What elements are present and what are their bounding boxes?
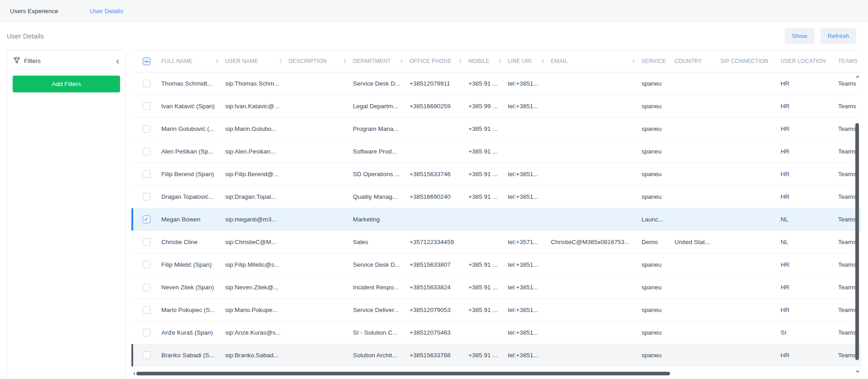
tab-users-experience[interactable]: Users Experience xyxy=(10,8,58,14)
row-checkbox-cell xyxy=(131,80,161,87)
cell-office_phone: +38516690259 xyxy=(410,103,468,110)
column-header-department[interactable]: DEPARTMENT▲▼ xyxy=(353,50,410,72)
table-row[interactable]: Thomas Schmidt...sip:Thomas.Schm...Servi… xyxy=(131,72,861,95)
table-row[interactable]: Alen Pešikan (Sp...sip:Alen.Pesikan...So… xyxy=(131,140,861,163)
cell-full_name: Christie Cline xyxy=(161,239,225,245)
cell-office_phone: +38515633746 xyxy=(410,171,468,178)
filters-header: Filters ‹ xyxy=(7,50,125,71)
row-checkbox[interactable] xyxy=(143,170,150,178)
cell-service: spaneu xyxy=(641,261,675,268)
row-checkbox[interactable] xyxy=(143,125,150,133)
row-checkbox[interactable] xyxy=(143,306,150,314)
row-checkbox[interactable] xyxy=(143,351,150,359)
cell-department: SD Operations ... xyxy=(353,171,410,178)
tab-user-details[interactable]: User Details xyxy=(90,8,124,14)
show-button[interactable]: Show xyxy=(785,28,815,44)
sort-icon[interactable]: ▲▼ xyxy=(400,58,403,64)
row-checkbox[interactable] xyxy=(143,329,150,336)
column-header-mobile[interactable]: MOBILE▲▼ xyxy=(468,50,508,72)
column-header-line_uri[interactable]: LINE URI▲▼ xyxy=(508,50,551,72)
column-label: USER LOCATION xyxy=(781,58,826,64)
cell-office_phone: +38516690240 xyxy=(410,193,468,200)
cell-user_location: HR xyxy=(781,284,838,291)
collapse-panel-icon[interactable]: ‹ xyxy=(116,56,119,65)
cell-service: Demo xyxy=(641,239,675,245)
cell-service: spaneu xyxy=(641,80,675,87)
cell-department: Program Mana... xyxy=(353,125,410,132)
table-row[interactable]: Anže Kuraš (Span)sip:Anze.Kuras@s...SI -… xyxy=(131,321,861,344)
cell-user_name: sip:Dragan.Topal... xyxy=(225,193,289,200)
table-row[interactable]: Megan Bowensip:meganb@m3...MarketingLaun… xyxy=(131,208,861,231)
page-header: User Details Show Refresh xyxy=(0,22,868,50)
cell-mobile: +385 91 ... xyxy=(468,171,508,178)
header-actions: Show Refresh xyxy=(785,28,856,44)
row-checkbox-cell xyxy=(131,351,161,359)
sort-icon[interactable]: ▲▼ xyxy=(632,58,635,64)
table-row[interactable]: Branko Sabadi (S...sip:Branko.Sabad...So… xyxy=(131,344,861,367)
column-header-description[interactable]: DESCRIPTION▲▼ xyxy=(289,50,353,72)
row-checkbox[interactable] xyxy=(143,261,150,269)
cell-country: United Stat... xyxy=(675,239,720,245)
column-label: OFFICE PHONE xyxy=(410,58,451,64)
cell-mobile: +385 91 ... xyxy=(468,80,508,87)
vertical-scrollbar[interactable] xyxy=(855,72,859,371)
table-row[interactable]: Dragan Topalović...sip:Dragan.Topal...Qu… xyxy=(131,186,861,208)
table-row[interactable]: Neven Zitek (Span)sip:Neven.Zitek@...Inc… xyxy=(131,276,861,299)
column-label: EMAIL xyxy=(551,58,568,64)
vertical-scrollbar-thumb[interactable] xyxy=(855,123,859,360)
cell-office_phone: +38515633824 xyxy=(410,284,468,291)
scroll-down-arrow-icon[interactable] xyxy=(856,371,859,374)
cell-full_name: Filip Berend (Span) xyxy=(161,171,225,178)
cell-service: spaneu xyxy=(641,307,675,313)
scroll-up-arrow-icon[interactable] xyxy=(856,74,859,77)
row-checkbox[interactable] xyxy=(143,216,150,223)
add-filters-button[interactable]: Add Filters xyxy=(13,76,120,92)
row-checkbox[interactable] xyxy=(143,283,150,291)
column-header-full_name[interactable]: FULL NAME▲▼ xyxy=(161,50,225,72)
table-row[interactable]: Ivan Katavić (Span)sip:Ivan.Katavic@...L… xyxy=(131,95,861,118)
table-row[interactable]: Christie Clinesip:ChristieC@M...Sales+35… xyxy=(131,231,861,254)
cell-user_name: sip:Neven.Zitek@... xyxy=(225,284,289,291)
cell-mobile: +385 91 ... xyxy=(468,284,508,291)
cell-full_name: Thomas Schmidt... xyxy=(161,80,225,87)
row-checkbox[interactable] xyxy=(143,148,150,155)
table-row[interactable]: Filip Miletić (Span)sip:Filip.Miletic@s.… xyxy=(131,254,861,276)
sort-icon[interactable]: ▲▼ xyxy=(343,58,347,64)
cell-department: Legal Departm... xyxy=(353,103,410,110)
user-table: FULL NAME▲▼USER NAME▲▼DESCRIPTION▲▼DEPAR… xyxy=(131,50,861,379)
column-header-office_phone[interactable]: OFFICE PHONE▲▼ xyxy=(410,50,468,72)
select-all-checkbox[interactable] xyxy=(143,58,150,65)
cell-line_uri: tel:+3851... xyxy=(508,261,551,268)
column-label: TEAMS xyxy=(838,58,857,64)
row-checkbox[interactable] xyxy=(143,193,150,201)
cell-service: spaneu xyxy=(641,352,675,359)
sort-icon[interactable]: ▲▼ xyxy=(279,58,282,64)
table-row[interactable]: Marin Golubović (...sip:Marin.Golubo...P… xyxy=(131,118,861,140)
cell-office_phone: +38515633788 xyxy=(410,352,468,359)
row-checkbox-cell xyxy=(131,261,161,269)
row-checkbox[interactable] xyxy=(143,102,150,110)
column-header-user_name[interactable]: USER NAME▲▼ xyxy=(225,50,289,72)
table-row[interactable]: Filip Berend (Span)sip:Filip.Berend@...S… xyxy=(131,163,861,186)
cell-user_name: sip:ChristieC@M... xyxy=(225,239,289,245)
sort-icon[interactable]: ▲▼ xyxy=(459,58,462,64)
cell-user_name: sip:Anze.Kuras@s... xyxy=(225,329,289,336)
cell-line_uri: tel:+3851... xyxy=(508,80,551,87)
row-checkbox[interactable] xyxy=(143,80,150,87)
column-header-email[interactable]: EMAIL▲▼ xyxy=(551,50,641,72)
scroll-left-arrow-icon[interactable] xyxy=(131,372,135,375)
filters-panel: Filters ‹ Add Filters xyxy=(7,50,126,379)
horizontal-scrollbar-thumb[interactable] xyxy=(136,372,670,375)
cell-line_uri: tel:+3851... xyxy=(508,171,551,178)
table-row[interactable]: Mario Pokupec (S...sip:Mario.Pokupe...Se… xyxy=(131,299,861,321)
cell-department: Service Desk D... xyxy=(353,80,410,87)
refresh-button[interactable]: Refresh xyxy=(820,28,856,44)
row-checkbox[interactable] xyxy=(143,238,150,246)
sort-icon[interactable]: ▲▼ xyxy=(498,58,502,64)
row-checkbox-cell xyxy=(131,170,161,178)
sort-icon[interactable]: ▲▼ xyxy=(216,58,219,64)
sort-icon[interactable]: ▲▼ xyxy=(541,58,545,64)
horizontal-scrollbar[interactable] xyxy=(131,371,854,376)
cell-mobile: +385 91 ... xyxy=(468,125,508,132)
cell-mobile: +385 91 ... xyxy=(468,193,508,200)
